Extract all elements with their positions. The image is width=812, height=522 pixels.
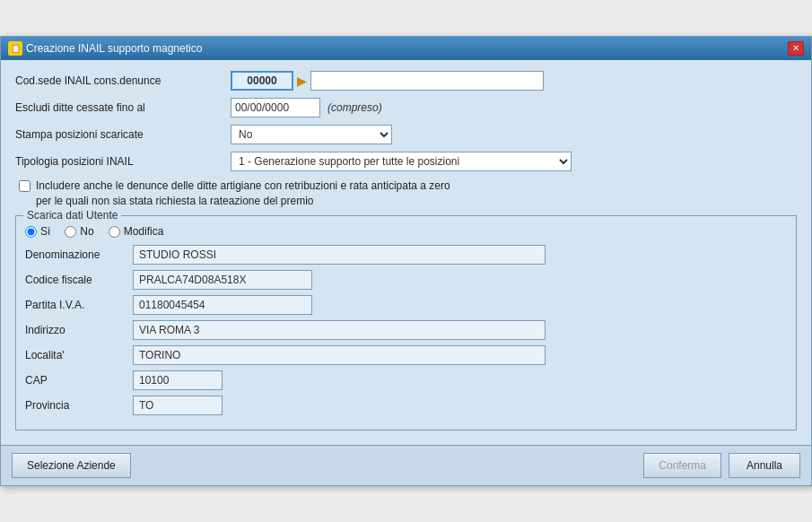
checkbox-include-artigiane[interactable] (19, 180, 31, 192)
indirizzo-input[interactable] (133, 320, 546, 340)
cap-row: CAP (25, 370, 787, 390)
footer-left: Selezione Aziende (12, 453, 131, 478)
partita-iva-row: Partita I.V.A. (25, 295, 787, 315)
stampa-select[interactable]: No Sì (231, 125, 392, 144)
denominazione-input[interactable] (133, 245, 546, 265)
escludi-label: Escludi ditte cessate fino al (15, 101, 231, 114)
escludi-date-input[interactable] (231, 98, 320, 117)
radio-group: Sì No Modifica (25, 225, 787, 238)
conferma-button[interactable]: Conferma (643, 453, 721, 478)
provincia-row: Provincia (25, 396, 787, 415)
form-content: Cod.sede INAIL cons.denunce ▶ Escludi di… (1, 60, 811, 446)
denominazione-row: Denominazione (25, 245, 787, 265)
indirizzo-label: Indirizzo (25, 324, 133, 336)
provincia-label: Provincia (25, 399, 133, 412)
cod-sede-label: Cod.sede INAIL cons.denunce (15, 74, 231, 87)
footer: Selezione Aziende Conferma Annulla (1, 445, 811, 485)
radio-no[interactable] (65, 226, 76, 238)
radio-no-text: No (80, 225, 93, 238)
cod-sede-description-input[interactable] (310, 71, 544, 91)
checkbox-text: Includere anche le denunce delle ditte a… (36, 178, 450, 209)
radio-modifica-text: Modifica (124, 225, 164, 238)
title-bar-controls: ✕ (788, 41, 804, 56)
radio-modifica[interactable] (109, 226, 120, 238)
cod-sede-input[interactable] (231, 71, 293, 91)
radio-si-label[interactable]: Sì (25, 225, 50, 238)
localita-row: Localita' (25, 345, 787, 365)
scarica-dati-group: Scarica dati Utente Sì No Modifica Den (15, 215, 797, 431)
localita-input[interactable] (133, 345, 546, 365)
stampa-row: Stampa posizioni scaricate No Sì (15, 125, 797, 144)
denominazione-label: Denominazione (25, 248, 133, 261)
cap-label: CAP (25, 374, 133, 387)
radio-no-label[interactable]: No (65, 225, 93, 238)
codice-fiscale-label: Codice fiscale (25, 274, 133, 286)
tipologia-select[interactable]: 1 - Generazione supporto per tutte le po… (231, 152, 572, 171)
radio-modifica-label[interactable]: Modifica (109, 225, 164, 238)
localita-label: Localita' (25, 349, 133, 361)
cap-input[interactable] (133, 370, 223, 390)
close-button[interactable]: ✕ (788, 41, 804, 56)
codice-fiscale-row: Codice fiscale (25, 270, 787, 290)
partita-iva-label: Partita I.V.A. (25, 299, 133, 311)
stampa-label: Stampa posizioni scaricate (15, 128, 231, 141)
escludi-row: Escludi ditte cessate fino al (compreso) (15, 98, 797, 117)
provincia-input[interactable] (133, 396, 223, 415)
group-box-title: Scarica dati Utente (23, 209, 121, 222)
footer-right: Conferma Annulla (643, 453, 800, 478)
codice-fiscale-input[interactable] (133, 270, 312, 290)
checkbox-row: Includere anche le denunce delle ditte a… (15, 178, 797, 209)
title-bar: 📋 Creazione INAIL supporto magnetico ✕ (1, 37, 811, 60)
radio-si-text: Sì (40, 225, 50, 238)
window-title: Creazione INAIL supporto magnetico (26, 42, 202, 55)
radio-si[interactable] (25, 226, 37, 238)
cod-sede-arrow-icon[interactable]: ▶ (297, 74, 307, 88)
cod-sede-row: Cod.sede INAIL cons.denunce ▶ (15, 71, 797, 91)
window-icon: 📋 (8, 41, 22, 56)
tipologia-row: Tipologia posizioni INAIL 1 - Generazion… (15, 152, 797, 171)
selezione-aziende-button[interactable]: Selezione Aziende (12, 453, 131, 478)
annulla-button[interactable]: Annulla (729, 453, 800, 478)
partita-iva-input[interactable] (133, 295, 312, 315)
tipologia-label: Tipologia posizioni INAIL (15, 155, 231, 168)
compreso-text: (compreso) (327, 101, 382, 114)
main-window: 📋 Creazione INAIL supporto magnetico ✕ C… (0, 36, 812, 487)
indirizzo-row: Indirizzo (25, 320, 787, 340)
